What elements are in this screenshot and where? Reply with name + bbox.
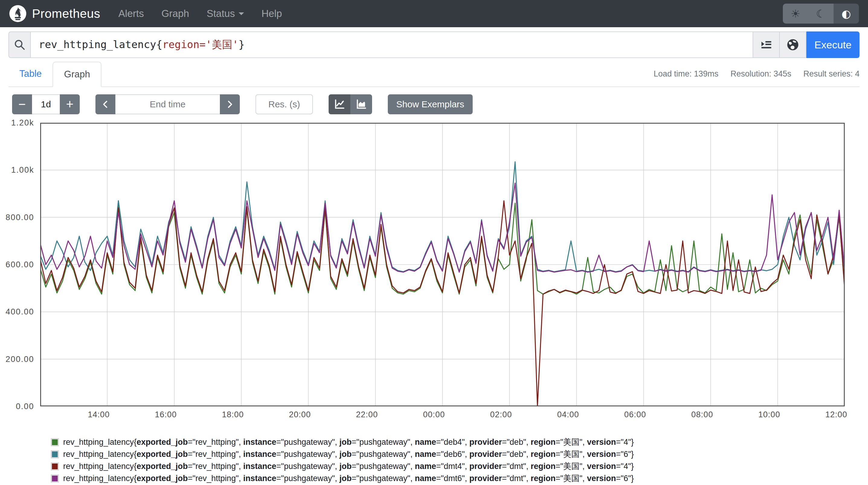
caret-down-icon — [239, 12, 244, 18]
x-tick-label: 16:00 — [155, 410, 177, 419]
line-chart-icon — [334, 98, 345, 110]
brand[interactable]: Prometheus — [9, 5, 100, 22]
query-stats: Load time: 139ms Resolution: 345s Result… — [654, 69, 860, 86]
nav-links: AlertsGraphStatusHelp — [118, 8, 783, 19]
x-tick-label: 20:00 — [289, 410, 311, 419]
range-increment-button[interactable]: + — [60, 94, 80, 114]
global-time-button[interactable] — [780, 31, 806, 58]
metrics-explorer-button[interactable] — [753, 31, 780, 58]
legend-item-dmt4[interactable]: rev_httping_latency{exported_job="rev_ht… — [51, 460, 860, 472]
x-tick-label: 00:00 — [423, 410, 445, 419]
theme-light-button sun-icon[interactable]: ☀ — [783, 4, 808, 24]
search-addon — [8, 31, 30, 58]
x-tick-label: 10:00 — [758, 410, 780, 419]
y-tick-label: 1.00k — [11, 165, 34, 175]
query-token: region='美国' — [162, 38, 238, 51]
tabs-and-stats: Table Graph Load time: 139ms Resolution:… — [8, 62, 860, 86]
legend: rev_httping_latency{exported_job="rev_ht… — [51, 436, 860, 484]
y-tick-label: 600.00 — [5, 260, 34, 269]
resolution-input[interactable] — [255, 94, 313, 114]
tab-graph[interactable]: Graph — [53, 62, 101, 87]
legend-item-deb4[interactable]: rev_httping_latency{exported_job="rev_ht… — [51, 436, 860, 448]
end-time-group — [95, 94, 240, 114]
legend-swatch — [51, 462, 59, 470]
prometheus-logo-icon — [9, 5, 27, 22]
y-tick-label: 400.00 — [5, 307, 34, 317]
graph-toolbar: − + Sho — [8, 94, 860, 114]
line-graph-toggle-button[interactable] — [329, 94, 350, 114]
result-series-stat: Result series: 4 — [803, 69, 860, 79]
x-tick-label: 06:00 — [624, 410, 646, 419]
x-tick-label: 18:00 — [222, 410, 244, 419]
show-exemplars-button[interactable]: Show Exemplars — [388, 94, 473, 114]
nav-link-alerts[interactable]: Alerts — [118, 8, 144, 19]
nav-link-status[interactable]: Status — [207, 8, 244, 19]
theme-dark-button moon-icon[interactable]: ☾ — [808, 4, 834, 24]
legend-series-label: rev_httping_latency{exported_job="rev_ht… — [63, 461, 633, 472]
graph-plot-area[interactable] — [40, 123, 845, 406]
globe-icon — [786, 38, 800, 51]
x-tick-label: 08:00 — [691, 410, 713, 419]
query-expression: rev_httping_latency{region='美国'} — [39, 38, 245, 52]
legend-series-label: rev_httping_latency{exported_job="rev_ht… — [63, 437, 634, 448]
nav-link-graph[interactable]: Graph — [161, 8, 189, 19]
metrics-explorer-icon — [760, 38, 773, 51]
y-tick-label: 200.00 — [5, 354, 34, 364]
theme-auto-button contrast-icon[interactable]: ◐ — [834, 4, 859, 24]
range-decrement-button[interactable]: − — [12, 94, 32, 114]
end-time-back-button[interactable] — [95, 94, 115, 114]
navbar: Prometheus AlertsGraphStatusHelp ☀ ☾ ◐ — [0, 0, 868, 27]
graph-panel: 0.00200.00400.00600.00800.001.00k1.20k — [8, 123, 860, 406]
end-time-forward-button[interactable] — [220, 94, 240, 114]
app-title: Prometheus — [32, 7, 100, 21]
end-time-input[interactable] — [115, 94, 220, 114]
x-axis-labels: 14:0016:0018:0020:0022:0000:0002:0004:00… — [32, 406, 868, 422]
legend-item-dmt6[interactable]: rev_httping_latency{exported_job="rev_ht… — [51, 472, 860, 484]
area-chart-icon — [355, 98, 367, 110]
x-tick-label: 22:00 — [356, 410, 378, 419]
tab-table[interactable]: Table — [8, 62, 53, 87]
nav-link-help[interactable]: Help — [261, 8, 282, 19]
theme-toggle-group: ☀ ☾ ◐ — [783, 4, 859, 24]
legend-swatch — [51, 475, 59, 483]
x-tick-label: 14:00 — [88, 410, 110, 419]
legend-swatch — [51, 450, 59, 458]
execute-button[interactable]: Execute — [806, 31, 860, 58]
y-tick-label: 0.00 — [16, 402, 34, 411]
x-tick-label: 12:00 — [826, 410, 847, 419]
resolution-stat: Resolution: 345s — [731, 69, 791, 79]
tab-underline — [8, 86, 860, 87]
y-tick-label: 1.20k — [11, 118, 34, 127]
query-expression-input[interactable]: rev_httping_latency{region='美国'} — [30, 31, 753, 58]
query-bar: rev_httping_latency{region='美国'} Execute — [8, 31, 860, 58]
x-tick-label: 02:00 — [490, 410, 512, 419]
chevron-left-icon — [100, 99, 111, 110]
range-stepper: − + — [12, 94, 80, 114]
graph-type-toggle — [329, 94, 372, 114]
query-token: } — [239, 38, 245, 51]
legend-series-label: rev_httping_latency{exported_job="rev_ht… — [63, 473, 633, 484]
x-tick-label: 04:00 — [557, 410, 579, 419]
chevron-right-icon — [225, 99, 235, 110]
y-tick-label: 800.00 — [5, 212, 34, 222]
query-token: rev_httping_latency{ — [39, 38, 162, 51]
legend-swatch — [51, 438, 59, 446]
panel-tabs: Table Graph — [8, 62, 101, 86]
range-input[interactable] — [32, 94, 60, 114]
load-time-stat: Load time: 139ms — [654, 69, 718, 79]
legend-item-deb6[interactable]: rev_httping_latency{exported_job="rev_ht… — [51, 448, 860, 460]
y-axis-labels: 0.00200.00400.00600.00800.001.00k1.20k — [8, 123, 37, 406]
stacked-graph-toggle-button[interactable] — [350, 94, 372, 114]
search-icon — [13, 39, 26, 51]
legend-series-label: rev_httping_latency{exported_job="rev_ht… — [63, 449, 634, 460]
